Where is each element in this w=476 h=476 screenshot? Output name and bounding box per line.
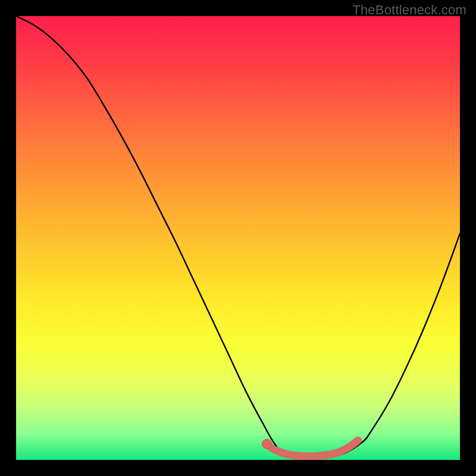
chart-stage: TheBottleneck.com bbox=[0, 0, 476, 476]
optimal-range-line bbox=[267, 440, 358, 456]
bottleneck-curve bbox=[16, 16, 460, 458]
plot-area bbox=[16, 16, 460, 460]
chart-svg bbox=[16, 16, 460, 460]
optimal-range-marker bbox=[262, 439, 358, 456]
optimal-start-dot bbox=[262, 439, 271, 449]
